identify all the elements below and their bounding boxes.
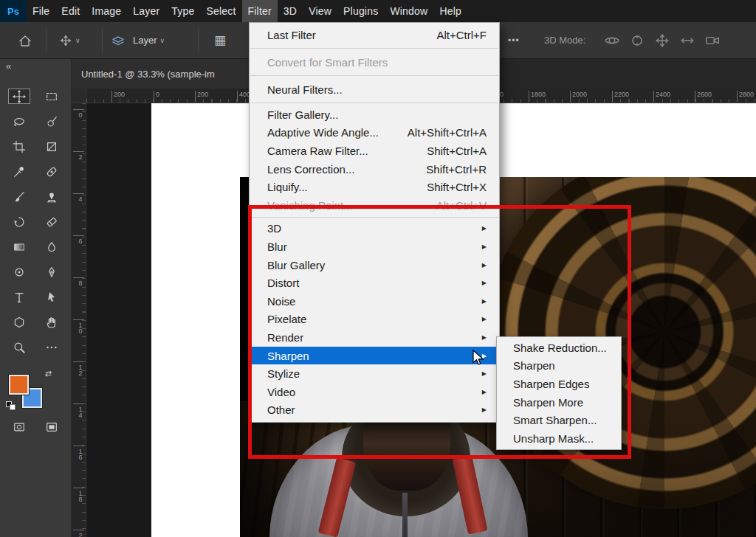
hand-tool[interactable] <box>41 314 63 330</box>
clone-stamp-icon <box>45 190 58 204</box>
brush-icon <box>13 190 26 204</box>
slice-tool[interactable] <box>41 139 63 154</box>
eraser-icon <box>45 215 58 229</box>
gradient-icon <box>13 240 26 254</box>
eyedropper-tool[interactable] <box>8 164 30 179</box>
menu-view[interactable]: View <box>303 0 337 22</box>
tool-preset-button[interactable]: ∨ <box>59 22 80 58</box>
edit-toolbar-button[interactable] <box>41 339 63 355</box>
gradient-tool[interactable] <box>8 239 30 254</box>
eraser-tool[interactable] <box>41 214 63 229</box>
menu-item-convert-smart-filters[interactable]: Convert for Smart Filters <box>250 51 499 73</box>
menu-item-shortcut: Alt+Shift+Ctrl+A <box>387 126 487 139</box>
collapse-panel-button[interactable]: « <box>6 60 11 72</box>
menu-3d[interactable]: 3D <box>278 0 303 22</box>
menu-item-label: Liquify... <box>267 181 308 193</box>
menu-edit[interactable]: Edit <box>55 0 86 22</box>
menu-separator <box>250 103 498 103</box>
ruler-label: 10 <box>73 319 84 333</box>
menu-select[interactable]: Select <box>200 0 241 22</box>
more-options-button[interactable]: ••• <box>508 22 520 58</box>
menu-item-shortcut: Shift+Ctrl+R <box>405 163 487 176</box>
3d-roll-icon <box>629 32 645 49</box>
menu-item-liquify[interactable]: Liquify...Shift+Ctrl+X <box>250 178 499 196</box>
clone-stamp-tool[interactable] <box>41 189 63 204</box>
swap-colors-button[interactable]: ⇄ <box>45 369 52 378</box>
menu-type[interactable]: Type <box>165 0 200 22</box>
3d-mode-label: 3D Mode: <box>544 22 585 58</box>
ruler-label: 0 <box>154 91 159 102</box>
ruler-label: 14 <box>73 403 84 418</box>
quick-mask-button[interactable] <box>8 419 30 434</box>
shape-tool[interactable] <box>8 314 30 330</box>
layer-dropdown-value: Layer <box>133 35 157 46</box>
menu-item-label: Filter Gallery... <box>267 108 338 121</box>
dodge-tool[interactable] <box>8 264 30 280</box>
quick-selection-tool[interactable] <box>41 114 63 129</box>
menu-bar: Ps File Edit Image Layer Type Select Fil… <box>0 0 756 22</box>
menu-item-label: Camera Raw Filter... <box>267 145 368 157</box>
menu-item-label: Convert for Smart Filters <box>267 56 388 69</box>
3d-orbit-button[interactable] <box>604 22 620 58</box>
vertical-ruler[interactable]: 0 2 4 6 8 10 12 14 16 18 2 <box>72 103 86 537</box>
menu-item-camera-raw-filter[interactable]: Camera Raw Filter...Shift+Ctrl+A <box>250 142 499 160</box>
ruler-label: 16 <box>73 446 84 460</box>
foreground-color-swatch[interactable] <box>9 375 29 395</box>
menu-item-label: Adaptive Wide Angle... <box>267 126 379 139</box>
ruler-label: 0 <box>73 109 84 117</box>
menu-item-label: Neural Filters... <box>267 83 343 96</box>
default-colors-button[interactable] <box>6 401 16 410</box>
healing-brush-tool[interactable] <box>41 164 63 179</box>
menu-help[interactable]: Help <box>433 0 467 22</box>
align-distribute-button[interactable]: ▦ <box>214 22 226 58</box>
menu-item-adaptive-wide-angle[interactable]: Adaptive Wide Angle...Alt+Shift+Ctrl+A <box>250 124 499 142</box>
home-icon <box>18 33 32 48</box>
zoom-icon <box>13 341 26 354</box>
menu-filter[interactable]: Filter <box>242 0 278 22</box>
3d-slide-button[interactable] <box>679 22 695 58</box>
screen-mode-button[interactable] <box>41 419 63 434</box>
crop-tool[interactable] <box>8 139 30 154</box>
menu-item-filter-gallery[interactable]: Filter Gallery... <box>250 105 499 124</box>
menu-layer[interactable]: Layer <box>127 0 165 22</box>
brush-tool[interactable] <box>8 189 30 204</box>
move-tool-preset-icon <box>59 34 72 47</box>
hand-icon <box>45 316 58 329</box>
move-tool[interactable] <box>8 89 30 104</box>
marquee-tool[interactable] <box>41 89 63 104</box>
lasso-tool[interactable] <box>8 114 30 129</box>
more-options-icon: ••• <box>508 35 520 46</box>
ruler-label: 2000 <box>570 91 587 102</box>
chevron-down-icon: ∨ <box>160 37 165 44</box>
smudge-tool[interactable] <box>41 239 63 254</box>
pen-tool[interactable] <box>41 264 63 280</box>
ruler-corner[interactable] <box>72 89 86 103</box>
ruler-label: 2 <box>73 151 84 159</box>
menu-plugins[interactable]: Plugins <box>337 0 384 22</box>
menu-window[interactable]: Window <box>384 0 433 22</box>
menu-item-neural-filters[interactable]: Neural Filters... <box>250 78 499 100</box>
history-brush-tool[interactable] <box>8 214 30 229</box>
pen-icon <box>45 266 58 279</box>
photoshop-window: Untitled-1 @ 33.3% (sample-im 200 0 200 … <box>0 0 756 537</box>
menu-image[interactable]: Image <box>86 0 127 22</box>
home-button[interactable] <box>18 22 32 58</box>
path-selection-tool[interactable] <box>41 289 63 305</box>
ruler-label: 200 <box>195 91 208 102</box>
menu-item-lens-correction[interactable]: Lens Correction...Shift+Ctrl+R <box>250 160 499 179</box>
menu-file[interactable]: File <box>27 0 55 22</box>
zoom-tool[interactable] <box>8 339 30 355</box>
move-icon <box>13 90 26 103</box>
3d-pan-button[interactable] <box>654 22 670 58</box>
auto-select-layer-dropdown[interactable]: Layer ∨ <box>133 22 165 58</box>
menu-item-last-filter[interactable]: Last FilterAlt+Ctrl+F <box>250 24 499 46</box>
document-tab[interactable]: Untitled-1 @ 33.3% (sample-im <box>72 59 256 89</box>
3d-slide-icon <box>679 32 695 49</box>
type-tool[interactable] <box>8 289 30 305</box>
ruler-label: 2400 <box>653 91 670 102</box>
3d-roll-button[interactable] <box>629 22 645 58</box>
photoshop-logo: Ps <box>0 0 27 22</box>
layers-icon <box>111 33 126 48</box>
3d-camera-button[interactable] <box>704 22 721 58</box>
auto-select-button[interactable] <box>111 22 126 58</box>
